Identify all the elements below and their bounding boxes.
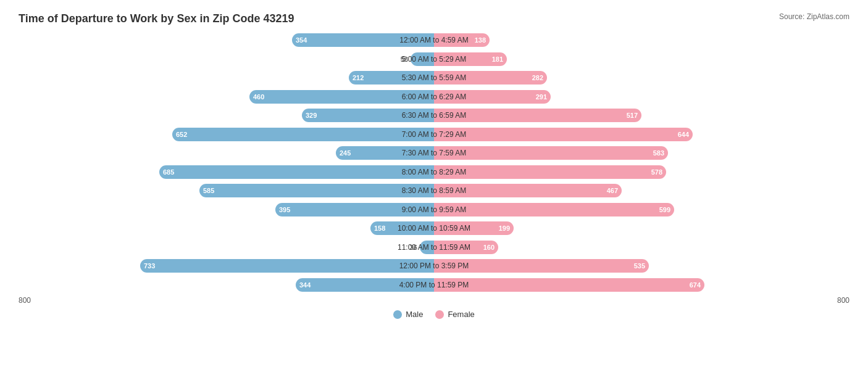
male-bar: 652 bbox=[172, 128, 434, 141]
female-value-inside: 517 bbox=[627, 112, 641, 119]
source-text: Source: ZipAtlas.com bbox=[779, 12, 849, 21]
left-half: 733 bbox=[19, 257, 434, 274]
female-value-inside: 291 bbox=[536, 93, 551, 101]
female-bar: 535 bbox=[434, 259, 649, 273]
bar-row: 6855788:00 AM to 8:29 AM bbox=[19, 163, 849, 181]
bar-row: 3446744:00 PM to 11:59 PM bbox=[19, 276, 849, 294]
bar-row: 2122825:30 AM to 5:59 AM bbox=[19, 69, 849, 86]
left-half: 58 bbox=[19, 51, 434, 68]
left-half: 36 bbox=[19, 239, 434, 256]
male-value-inside: 329 bbox=[302, 112, 317, 119]
male-value-inside: 685 bbox=[159, 168, 174, 176]
right-half: 181 bbox=[434, 51, 849, 68]
legend: Male Female bbox=[19, 310, 849, 319]
female-value-inside: 599 bbox=[659, 206, 674, 213]
female-bar: 517 bbox=[434, 109, 641, 122]
female-bar: 199 bbox=[434, 221, 514, 235]
male-bar: 158 bbox=[370, 221, 434, 235]
male-bar: 733 bbox=[140, 259, 434, 273]
female-value-inside: 181 bbox=[492, 56, 507, 63]
male-value-inside: 652 bbox=[172, 131, 187, 138]
female-value-inside: 644 bbox=[678, 131, 693, 138]
left-half: 245 bbox=[19, 144, 434, 162]
male-bar: 460 bbox=[249, 90, 434, 104]
female-value-inside: 578 bbox=[651, 168, 666, 176]
female-bar: 138 bbox=[434, 33, 490, 47]
bar-row: 73353512:00 PM to 3:59 PM bbox=[19, 257, 849, 274]
male-bar: 395 bbox=[275, 203, 434, 216]
female-value-inside: 674 bbox=[690, 281, 704, 289]
female-value-inside: 583 bbox=[653, 149, 668, 157]
bar-row: 5854678:30 AM to 8:59 AM bbox=[19, 182, 849, 199]
bar-row: 35413812:00 AM to 4:59 AM bbox=[19, 31, 849, 49]
right-half: 644 bbox=[434, 126, 849, 143]
female-value-inside: 535 bbox=[634, 262, 649, 270]
female-dot bbox=[435, 310, 444, 319]
bar-row: 3616011:00 AM to 11:59 AM bbox=[19, 239, 849, 256]
left-half: 354 bbox=[19, 31, 434, 49]
male-bar: 585 bbox=[199, 184, 434, 197]
male-dot bbox=[393, 310, 402, 319]
bar-row: 6526447:00 AM to 7:29 AM bbox=[19, 126, 849, 143]
male-value-outside: 36 bbox=[410, 244, 417, 251]
right-half: 583 bbox=[434, 144, 849, 162]
legend-female: Female bbox=[435, 310, 474, 319]
left-half: 460 bbox=[19, 88, 434, 105]
male-bar: 245 bbox=[336, 146, 434, 160]
right-half: 138 bbox=[434, 31, 849, 49]
male-bar bbox=[411, 52, 434, 66]
male-bar: 344 bbox=[296, 278, 434, 292]
left-half: 685 bbox=[19, 163, 434, 181]
female-bar: 644 bbox=[434, 128, 693, 141]
bars-wrapper: 35413812:00 AM to 4:59 AM581815:00 AM to… bbox=[19, 31, 849, 294]
female-bar: 674 bbox=[434, 278, 704, 292]
legend-male: Male bbox=[393, 310, 423, 319]
bar-row: 3955999:00 AM to 9:59 AM bbox=[19, 201, 849, 218]
male-bar: 354 bbox=[292, 33, 434, 47]
male-value-inside: 158 bbox=[370, 225, 385, 232]
right-half: 674 bbox=[434, 276, 849, 294]
female-value-inside: 282 bbox=[532, 74, 547, 81]
left-half: 585 bbox=[19, 182, 434, 199]
chart-area: 35413812:00 AM to 4:59 AM581815:00 AM to… bbox=[19, 31, 849, 312]
male-value-inside: 344 bbox=[296, 281, 311, 289]
bar-row: 2455837:30 AM to 7:59 AM bbox=[19, 144, 849, 162]
female-bar: 583 bbox=[434, 146, 668, 160]
female-bar: 181 bbox=[434, 52, 507, 66]
female-value-inside: 467 bbox=[607, 187, 622, 194]
axis-min: 800 bbox=[19, 296, 31, 305]
right-half: 291 bbox=[434, 88, 849, 105]
right-half: 160 bbox=[434, 239, 849, 256]
male-value-inside: 460 bbox=[249, 93, 264, 101]
female-bar: 467 bbox=[434, 184, 622, 197]
female-bar: 291 bbox=[434, 90, 551, 104]
male-value-inside: 354 bbox=[292, 36, 307, 44]
male-label: Male bbox=[406, 310, 423, 319]
bar-row: 4602916:00 AM to 6:29 AM bbox=[19, 88, 849, 105]
female-value-inside: 199 bbox=[499, 225, 514, 232]
female-value-inside: 138 bbox=[475, 36, 490, 44]
male-bar bbox=[420, 241, 434, 254]
left-half: 652 bbox=[19, 126, 434, 143]
female-bar: 282 bbox=[434, 71, 547, 85]
male-value-inside: 585 bbox=[199, 187, 214, 194]
chart-title: Time of Departure to Work by Sex in Zip … bbox=[19, 12, 849, 25]
male-bar: 329 bbox=[302, 109, 434, 122]
left-half: 395 bbox=[19, 201, 434, 218]
axis-labels: 800 800 bbox=[19, 296, 849, 305]
right-half: 282 bbox=[434, 69, 849, 86]
male-value-inside: 395 bbox=[275, 206, 290, 213]
female-value-inside: 160 bbox=[483, 244, 498, 251]
left-half: 158 bbox=[19, 220, 434, 237]
right-half: 517 bbox=[434, 107, 849, 124]
male-value-inside: 212 bbox=[349, 74, 364, 81]
right-half: 599 bbox=[434, 201, 849, 218]
male-value-outside: 58 bbox=[401, 56, 408, 63]
right-half: 199 bbox=[434, 220, 849, 237]
female-label: Female bbox=[448, 310, 474, 319]
left-half: 212 bbox=[19, 69, 434, 86]
axis-max: 800 bbox=[837, 296, 849, 305]
right-half: 535 bbox=[434, 257, 849, 274]
right-half: 467 bbox=[434, 182, 849, 199]
right-half: 578 bbox=[434, 163, 849, 181]
